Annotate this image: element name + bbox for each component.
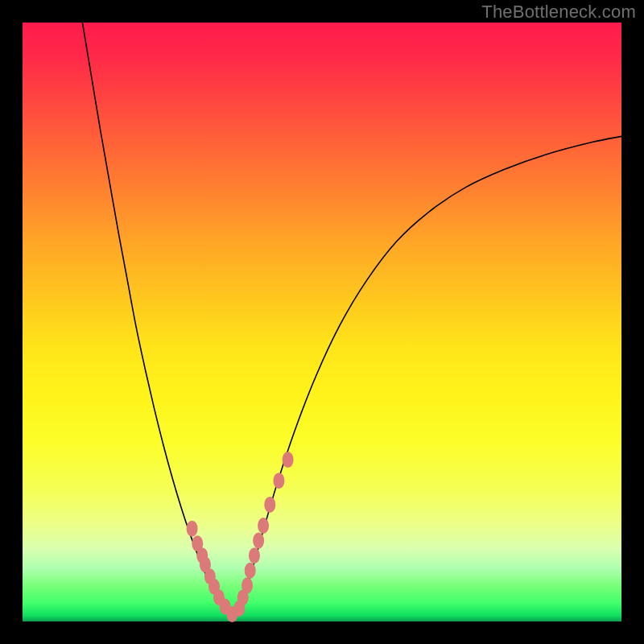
bead-marker — [283, 452, 294, 468]
chart-frame: TheBottleneck.com — [0, 0, 644, 644]
bead-marker — [273, 473, 284, 489]
bead-marker — [258, 518, 269, 534]
watermark-text: TheBottleneck.com — [481, 2, 636, 23]
left-branch-curve — [82, 23, 232, 616]
plot-area — [23, 23, 621, 621]
bead-marker — [245, 563, 256, 579]
bead-marker — [242, 577, 253, 593]
curves-svg — [23, 23, 621, 621]
bead-marker — [264, 497, 275, 513]
right-branch-curve — [232, 136, 621, 615]
bead-marker — [249, 547, 260, 564]
bead-marker — [187, 521, 198, 537]
bead-group — [187, 452, 294, 622]
bead-marker — [253, 533, 264, 549]
